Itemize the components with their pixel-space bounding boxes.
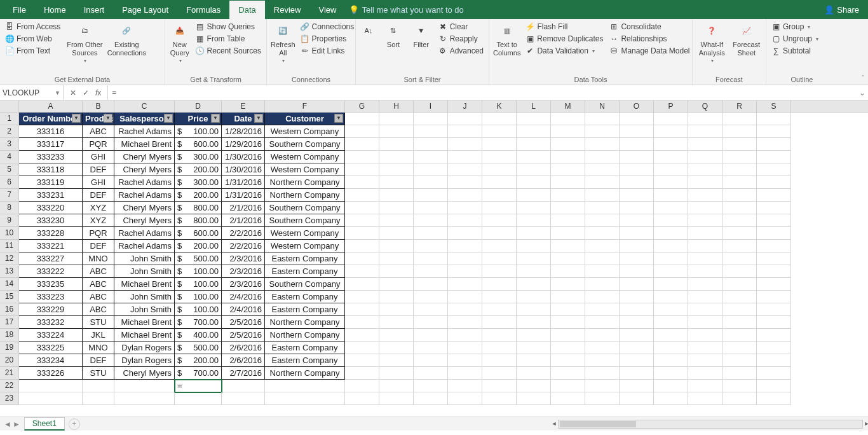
cell-product[interactable]: XYZ [83,202,114,214]
cell[interactable] [551,265,585,278]
cell-date[interactable]: 2/3/2016 [222,265,265,278]
cell[interactable] [222,380,265,392]
cell[interactable] [654,303,688,316]
existing-connections-button[interactable]: 🔗Existing Connections [107,22,146,57]
cell[interactable] [414,380,448,392]
cell[interactable] [265,392,345,405]
sheet-tab-sheet1[interactable]: Sheet1 [24,417,65,431]
cell[interactable] [551,138,585,151]
cell[interactable] [517,113,551,125]
cell-price[interactable]: $500.00 [175,342,222,354]
row-header[interactable]: 11 [0,240,19,252]
table-header[interactable]: Product▼ [83,113,114,125]
cell[interactable] [585,138,620,151]
cell-date[interactable]: 1/30/2016 [222,163,265,176]
row-header[interactable]: 7 [0,189,19,202]
cell[interactable] [517,329,551,342]
cell-order-number[interactable]: 333228 [19,227,83,240]
ungroup-button[interactable]: ▢Ungroup [770,34,820,44]
cell[interactable] [722,176,757,189]
cell[interactable] [345,163,379,176]
cell[interactable] [345,380,379,392]
cell[interactable] [654,176,688,189]
cell[interactable] [551,252,585,265]
cell[interactable] [551,227,585,240]
cell[interactable] [688,342,722,354]
row-header[interactable]: 13 [0,265,19,278]
cell-order-number[interactable]: 333220 [19,202,83,214]
cell-salesperson[interactable]: Cheryl Myers [114,367,175,380]
cell[interactable] [585,380,620,392]
cell-price[interactable]: $500.00 [175,252,222,265]
cell[interactable] [688,176,722,189]
menu-tab-page-layout[interactable]: Page Layout [113,1,177,19]
cell[interactable] [414,367,448,380]
connections-button[interactable]: 🔗Connections [299,22,356,32]
cell[interactable] [345,214,379,227]
cell[interactable] [585,316,620,329]
cell[interactable] [114,392,175,405]
cell[interactable] [620,380,654,392]
cell-price[interactable]: $200.00 [175,189,222,202]
cell[interactable] [448,214,482,227]
from-text-button[interactable]: 📄From Text [4,46,62,56]
cell[interactable] [688,113,722,125]
cell[interactable] [517,342,551,354]
cell[interactable] [517,151,551,163]
cell[interactable] [414,125,448,138]
cell-date[interactable]: 2/3/2016 [222,278,265,291]
cell[interactable] [345,303,379,316]
cell[interactable] [345,354,379,367]
cell[interactable] [482,303,517,316]
cell[interactable] [654,151,688,163]
row-header[interactable]: 4 [0,151,19,163]
cell[interactable] [757,342,791,354]
cell[interactable] [688,278,722,291]
cell-salesperson[interactable]: John Smith [114,291,175,303]
cell[interactable] [448,380,482,392]
cell-product[interactable]: ABC [83,303,114,316]
row-header[interactable]: 5 [0,163,19,176]
cell[interactable] [345,176,379,189]
row-header[interactable]: 19 [0,342,19,354]
cell[interactable] [517,214,551,227]
cell-salesperson[interactable]: John Smith [114,303,175,316]
cell[interactable] [551,342,585,354]
cell-salesperson[interactable]: Cheryl Myers [114,214,175,227]
from-other-sources-button[interactable]: 🗂From Other Sources [65,22,104,64]
cell-date[interactable]: 2/1/2016 [222,214,265,227]
cell[interactable] [551,163,585,176]
cell-customer[interactable]: Northern Company [265,189,345,202]
cell[interactable] [688,202,722,214]
cell[interactable] [482,163,517,176]
cell-salesperson[interactable]: Michael Brent [114,138,175,151]
cell[interactable] [757,189,791,202]
cell[interactable] [620,176,654,189]
cell[interactable] [414,189,448,202]
cell[interactable] [482,151,517,163]
cell[interactable] [585,392,620,405]
cell[interactable] [688,380,722,392]
text-to-columns-button[interactable]: ▥Text to Columns [493,22,520,57]
cell[interactable] [175,392,222,405]
menu-tab-review[interactable]: Review [265,1,310,19]
cell[interactable] [345,113,379,125]
cell-date[interactable]: 2/2/2016 [222,240,265,252]
cell[interactable] [654,278,688,291]
cell-product[interactable]: PQR [83,138,114,151]
cell-date[interactable]: 2/7/2016 [222,367,265,380]
cell[interactable] [379,189,414,202]
cell[interactable] [688,151,722,163]
cell[interactable] [517,189,551,202]
cell-order-number[interactable]: 333235 [19,278,83,291]
row-header[interactable]: 8 [0,202,19,214]
cell[interactable] [654,380,688,392]
cell[interactable] [379,291,414,303]
cell[interactable] [551,303,585,316]
row-header[interactable]: 2 [0,125,19,138]
cell-date[interactable]: 2/1/2016 [222,202,265,214]
cell[interactable] [757,354,791,367]
spreadsheet-grid[interactable]: ABCDEFGHIJKLMNOPQRS 1Order Number▼Produc… [0,100,868,417]
cell[interactable] [551,354,585,367]
show-queries-button[interactable]: ▤Show Queries [194,22,262,32]
